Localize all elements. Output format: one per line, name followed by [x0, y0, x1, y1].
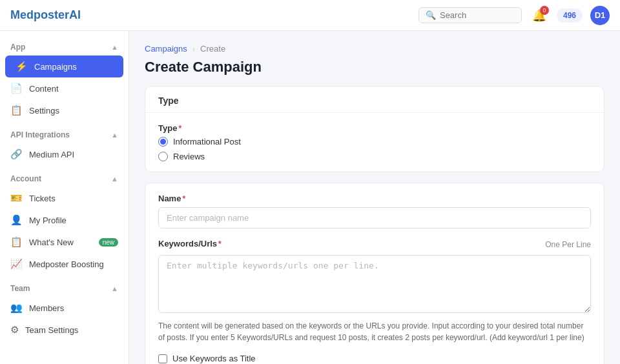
sidebar-section-app-header[interactable]: App ▲ [0, 39, 129, 56]
whats-new-icon: 📋 [10, 236, 23, 248]
keywords-form-group: Keywords/Urls* One Per Line The content … [158, 239, 591, 343]
use-keywords-checkbox[interactable] [158, 354, 167, 363]
topnav-right: 🔍 🔔 0 496 D1 [418, 6, 610, 25]
breadcrumb: Campaigns › Create [145, 44, 604, 54]
profile-icon: 👤 [10, 214, 23, 226]
chevron-up-icon-account: ▲ [111, 175, 118, 183]
sidebar-item-members-label: Members [29, 303, 64, 313]
sidebar-item-content-label: Content [29, 84, 59, 94]
sidebar-section-team-label: Team [10, 284, 30, 293]
sidebar-item-whats-new[interactable]: 📋 What's New new [0, 231, 129, 253]
type-card-body: Type* Informational Post Reviews [145, 113, 604, 172]
credits-badge: 496 [557, 8, 583, 23]
radio-reviews-label: Reviews [173, 152, 205, 161]
top-navigation: MedposterAI 🔍 🔔 0 496 D1 [0, 0, 620, 31]
sidebar-section-team-header[interactable]: Team ▲ [0, 280, 129, 297]
notifications-button[interactable]: 🔔 0 [530, 6, 549, 25]
chevron-up-icon-api: ▲ [111, 131, 118, 139]
boosting-icon: 📈 [10, 258, 23, 270]
members-icon: 👥 [10, 302, 23, 314]
sidebar-section-api: API Integrations ▲ 🔗 Medium API [0, 126, 129, 165]
sidebar-item-medposter-boosting-label: Medposter Boosting [29, 259, 104, 269]
sidebar-item-campaigns[interactable]: ⚡ Campaigns [5, 56, 123, 77]
campaigns-icon: ⚡ [16, 61, 28, 72]
sidebar-item-campaigns-label: Campaigns [34, 62, 77, 72]
form-card-body: Name* Keywords/Urls* One Per Line The co… [145, 183, 604, 364]
radio-reviews[interactable]: Reviews [158, 152, 591, 161]
sidebar-item-medposter-boosting[interactable]: 📈 Medposter Boosting [0, 253, 129, 275]
sidebar-section-app-label: App [10, 43, 25, 52]
sidebar-item-tickets-label: Tickets [29, 194, 56, 203]
breadcrumb-current: Create [200, 44, 225, 54]
page-title: Create Campaign [145, 59, 604, 76]
sidebar-item-members[interactable]: 👥 Members [0, 297, 129, 319]
sidebar-section-api-header[interactable]: API Integrations ▲ [0, 126, 129, 143]
name-label: Name* [158, 194, 591, 203]
required-asterisk-type: * [178, 124, 181, 133]
radio-reviews-input[interactable] [158, 152, 168, 161]
type-radio-group: Informational Post Reviews [158, 137, 591, 161]
search-box[interactable]: 🔍 [418, 7, 522, 23]
chevron-up-icon: ▲ [111, 43, 118, 51]
breadcrumb-parent[interactable]: Campaigns [145, 44, 187, 54]
breadcrumb-separator: › [192, 44, 195, 54]
sidebar-section-app: App ▲ ⚡ Campaigns 📄 Content 📋 Settings [0, 39, 129, 121]
form-card: Name* Keywords/Urls* One Per Line The co… [145, 183, 604, 364]
required-asterisk-name: * [182, 194, 185, 203]
sidebar-section-account: Account ▲ 🎫 Tickets 👤 My Profile 📋 What'… [0, 170, 129, 275]
avatar[interactable]: D1 [590, 6, 610, 25]
sidebar-item-whats-new-label: What's New [29, 238, 74, 247]
type-label: Type* [158, 123, 591, 133]
team-settings-icon: ⚙ [10, 324, 19, 336]
use-keywords-label: Use Keywords as Title [172, 354, 256, 363]
keywords-textarea[interactable] [158, 255, 591, 313]
sidebar-item-medium-api-label: Medium API [29, 150, 74, 159]
keywords-hint: One Per Line [545, 240, 591, 249]
keywords-helper-text: The content will be generated based on t… [158, 320, 591, 343]
search-icon: 🔍 [426, 10, 436, 20]
use-keywords-checkbox-row: Use Keywords as Title [158, 354, 591, 363]
sidebar-item-team-settings-label: Team Settings [25, 325, 78, 335]
sidebar: App ▲ ⚡ Campaigns 📄 Content 📋 Settings A… [0, 31, 129, 364]
sidebar-item-my-profile-label: My Profile [29, 216, 67, 225]
search-input[interactable] [440, 10, 517, 20]
sidebar-item-my-profile[interactable]: 👤 My Profile [0, 209, 129, 231]
radio-informational-post[interactable]: Informational Post [158, 137, 591, 147]
chevron-up-icon-team: ▲ [111, 285, 118, 292]
sidebar-item-team-settings[interactable]: ⚙ Team Settings [0, 319, 129, 341]
keywords-field-row: Keywords/Urls* One Per Line [158, 239, 591, 252]
required-asterisk-keywords: * [218, 239, 222, 248]
settings-icon: 📋 [10, 105, 23, 116]
sidebar-item-medium-api[interactable]: 🔗 Medium API [0, 143, 129, 165]
main-content: Campaigns › Create Create Campaign Type … [129, 31, 620, 364]
keywords-label: Keywords/Urls* [158, 239, 222, 248]
sidebar-item-settings-label: Settings [29, 106, 59, 116]
type-section-title: Type [145, 86, 604, 113]
name-input[interactable] [158, 207, 591, 228]
sidebar-section-api-label: API Integrations [10, 130, 70, 139]
notification-badge: 0 [540, 6, 549, 15]
tickets-icon: 🎫 [10, 192, 23, 204]
app-logo: MedposterAI [10, 8, 81, 22]
radio-informational-post-label: Informational Post [173, 137, 241, 147]
sidebar-section-account-label: Account [10, 174, 41, 183]
sidebar-item-content[interactable]: 📄 Content [0, 77, 129, 99]
type-card: Type Type* Informational Post Reviews [145, 86, 604, 172]
use-keywords-form-group: Use Keywords as Title If checked, the ke… [158, 354, 591, 364]
sidebar-section-team: Team ▲ 👥 Members ⚙ Team Settings [0, 280, 129, 341]
sidebar-item-tickets[interactable]: 🎫 Tickets [0, 187, 129, 209]
name-form-group: Name* [158, 194, 591, 228]
medium-api-icon: 🔗 [10, 148, 23, 160]
content-icon: 📄 [10, 83, 23, 94]
new-badge: new [99, 238, 118, 247]
radio-informational-post-input[interactable] [158, 137, 168, 147]
sidebar-section-account-header[interactable]: Account ▲ [0, 170, 129, 187]
sidebar-item-settings[interactable]: 📋 Settings [0, 99, 129, 121]
